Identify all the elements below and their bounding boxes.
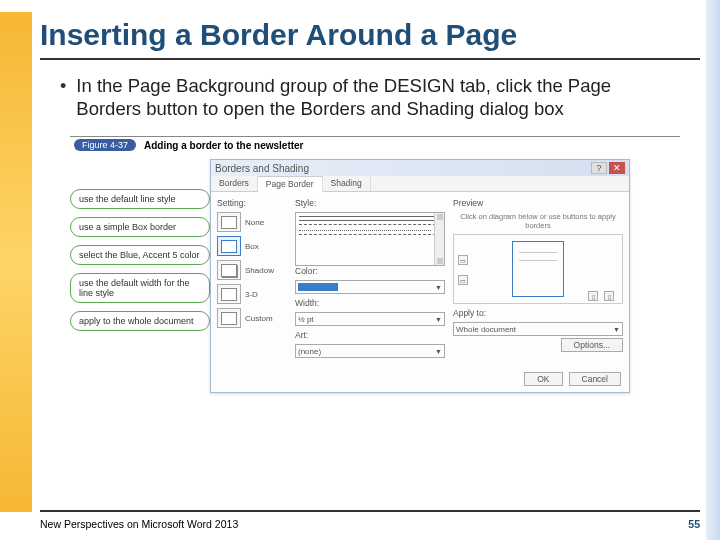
setting-custom-label: Custom: [245, 314, 273, 323]
preview-page: [512, 241, 564, 297]
tab-page-border[interactable]: Page Border: [258, 176, 323, 192]
setting-box-option[interactable]: [217, 236, 241, 256]
dialog-titlebar: Borders and Shading ? ✕: [211, 160, 629, 176]
callout-box-border: use a simple Box border: [70, 217, 210, 237]
callout-color: select the Blue, Accent 5 color: [70, 245, 210, 265]
dialog-tabs: Borders Page Border Shading: [211, 176, 629, 192]
setting-shadow-label: Shadow: [245, 266, 274, 275]
setting-label: Setting:: [217, 198, 287, 208]
apply-label: Apply to:: [453, 308, 623, 318]
preview-edge-bottom[interactable]: ▭: [458, 275, 468, 285]
chevron-down-icon: ▼: [613, 326, 620, 333]
color-label: Color:: [295, 266, 445, 276]
borders-shading-dialog: Borders and Shading ? ✕ Borders Page Bor…: [210, 159, 630, 393]
help-icon[interactable]: ?: [591, 162, 607, 174]
width-label: Width:: [295, 298, 445, 308]
setting-custom[interactable]: [217, 308, 241, 328]
preview-label: Preview: [453, 198, 623, 208]
style-scrollbar[interactable]: [434, 213, 444, 265]
slide-title: Inserting a Border Around a Page: [40, 0, 700, 60]
setting-3d[interactable]: [217, 284, 241, 304]
accent-bar: [0, 12, 32, 512]
apply-to-dropdown[interactable]: Whole document▼: [453, 322, 623, 336]
bullet-text: In the Page Background group of the DESI…: [76, 74, 680, 120]
cancel-button[interactable]: Cancel: [569, 372, 621, 386]
art-value: (none): [298, 347, 321, 356]
footer-left: New Perspectives on Microsoft Word 2013: [40, 518, 238, 530]
setting-3d-label: 3-D: [245, 290, 258, 299]
chevron-down-icon: ▼: [435, 284, 442, 291]
setting-none-label: None: [245, 218, 264, 227]
bullet-item: • In the Page Background group of the DE…: [60, 74, 680, 120]
dialog-title-text: Borders and Shading: [215, 163, 309, 174]
art-dropdown[interactable]: (none)▼: [295, 344, 445, 358]
slide-footer: New Perspectives on Microsoft Word 2013 …: [40, 510, 700, 530]
preview-hint: Click on diagram below or use buttons to…: [453, 212, 623, 230]
bullet-dot: •: [60, 76, 66, 120]
color-dropdown[interactable]: ▼: [295, 280, 445, 294]
setting-box-label: Box: [245, 242, 259, 251]
style-label: Style:: [295, 198, 445, 208]
callout-width: use the default width for the line style: [70, 273, 210, 303]
close-icon[interactable]: ✕: [609, 162, 625, 174]
figure-caption-bar: Figure 4-37 Adding a border to the newsl…: [70, 136, 680, 153]
chevron-down-icon: ▼: [435, 348, 442, 355]
figure-block: Figure 4-37 Adding a border to the newsl…: [70, 136, 680, 393]
figure-number: Figure 4-37: [74, 139, 136, 151]
page-number: 55: [688, 518, 700, 530]
color-swatch: [298, 283, 338, 291]
figure-caption: Adding a border to the newsletter: [144, 140, 303, 151]
width-dropdown[interactable]: ½ pt▼: [295, 312, 445, 326]
tab-borders[interactable]: Borders: [211, 176, 258, 191]
apply-value: Whole document: [456, 325, 516, 334]
setting-shadow[interactable]: [217, 260, 241, 280]
preview-edge-left[interactable]: ▯: [588, 291, 598, 301]
callout-line-style: use the default line style: [70, 189, 210, 209]
options-button[interactable]: Options...: [561, 338, 623, 352]
setting-none[interactable]: [217, 212, 241, 232]
art-label: Art:: [295, 330, 445, 340]
style-list[interactable]: [295, 212, 445, 266]
preview-edge-top[interactable]: ▭: [458, 255, 468, 265]
preview-diagram: ▭ ▭ ▯ ▯: [453, 234, 623, 304]
callout-apply: apply to the whole document: [70, 311, 210, 331]
preview-edge-right[interactable]: ▯: [604, 291, 614, 301]
chevron-down-icon: ▼: [435, 316, 442, 323]
tab-shading[interactable]: Shading: [323, 176, 371, 191]
ok-button[interactable]: OK: [524, 372, 562, 386]
width-value: ½ pt: [298, 315, 314, 324]
